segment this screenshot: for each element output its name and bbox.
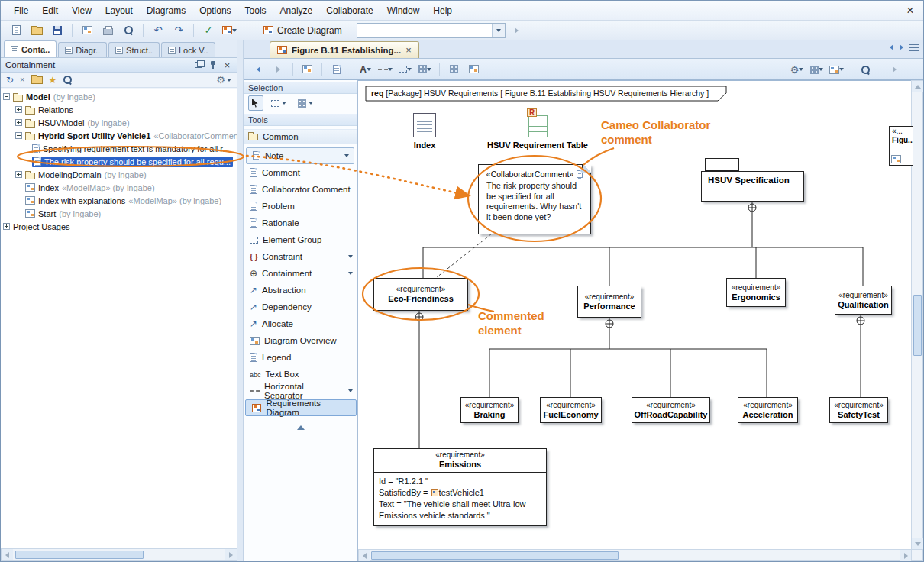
tool-dependency[interactable]: Dependency [244,299,357,315]
selection-section-header[interactable]: Selection [244,82,357,94]
scroll-right-button[interactable] [225,549,237,560]
tool-rationale[interactable]: Rationale [244,215,357,231]
tool-text-box[interactable]: Text Box [244,366,357,383]
menu-diagrams[interactable]: Diagrams [140,1,192,21]
expander-icon[interactable] [3,223,10,230]
canvas-vscrollbar[interactable] [911,80,923,551]
redo-button[interactable]: ↷ [170,22,188,39]
expander-icon[interactable] [15,106,22,113]
tab-containment[interactable]: Conta.. [4,40,57,57]
search-combo[interactable] [357,23,506,38]
selected-tree-item[interactable]: The risk property should be specified fo… [32,157,233,167]
tool-allocate[interactable]: Allocate [244,315,357,332]
close-panel-button[interactable] [222,60,232,70]
menu-layout[interactable]: Layout [99,1,140,21]
sticky-tool-button[interactable] [294,95,317,111]
close-tab-icon[interactable] [405,44,412,56]
window-close-icon[interactable] [903,4,917,18]
align-button[interactable] [416,61,434,78]
tree-item-comment-2-selected[interactable]: The risk property should be specified fo… [1,155,237,168]
expander-icon[interactable] [3,93,10,100]
requirement-box-eco-friendiness[interactable]: «requirement» Eco-Friendiness [373,278,468,311]
tool-element-group[interactable]: Element Group [244,231,357,248]
menu-edit[interactable]: Edit [35,1,65,21]
collapse-all-button[interactable]: ↻ [6,76,14,85]
palette-scroll-up-button[interactable] [244,425,357,430]
requirement-box-performance[interactable]: «requirement» Performance [577,286,641,318]
scroll-left-button[interactable] [2,549,13,560]
requirement-box-ergonomics[interactable]: «requirement» Ergonomics [726,278,786,307]
next-tab-button[interactable] [900,44,903,50]
layers-button[interactable] [465,61,483,78]
hscroll-thumb[interactable] [15,551,144,559]
grid-button[interactable] [445,61,463,78]
palette-group-common[interactable]: Common [244,129,357,144]
tool-problem[interactable]: Problem [244,198,357,215]
multi-select-tool-button[interactable] [267,95,290,111]
tools-section-header[interactable]: Tools [244,114,357,126]
zoom-button[interactable] [857,61,874,78]
undo-button[interactable]: ↶ [149,22,167,39]
partial-element[interactable]: «... Figu... [889,126,913,166]
tab-figure-b11[interactable]: Figure B.11 Establishing... [270,41,419,58]
menu-help[interactable]: Help [426,1,459,21]
tool-requirements-diagram[interactable]: Requirements Diagram [245,399,357,416]
cursor-tool-button[interactable] [248,95,263,111]
tree-item-modelingdomain[interactable]: ModelingDomain (by ingabe) [1,168,237,181]
menu-window[interactable]: Window [380,1,427,21]
chevron-down-icon[interactable] [348,389,353,392]
tool-note[interactable]: Note [246,147,354,164]
print-button[interactable] [99,22,117,39]
expander-icon[interactable] [15,171,22,178]
chevron-down-icon[interactable] [348,272,353,275]
vertical-splitter[interactable] [237,40,244,561]
chevron-down-icon[interactable] [344,154,349,157]
tree-item-index-explanations[interactable]: Index with explanations «ModelMap» (by i… [1,194,237,207]
save-button[interactable] [48,22,66,39]
print-preview-button[interactable] [119,22,137,39]
panel-settings-button[interactable] [216,75,231,85]
tree-item-hybrid-suv[interactable]: Hybrid Sport Utility Vehicle1 «Collabora… [1,129,237,142]
search-combo-input[interactable] [359,24,489,37]
tree-item-project-usages[interactable]: Project Usages [1,220,237,233]
expander-icon[interactable] [15,119,22,126]
new-project-button[interactable] [7,22,25,39]
canvas-hscrollbar[interactable] [358,549,913,561]
font-button[interactable]: A [357,61,374,78]
scroll-down-button[interactable] [912,538,923,550]
run-button[interactable] [508,22,526,39]
forward-button[interactable] [270,61,287,78]
tree-item-index[interactable]: Index «ModelMap» (by ingabe) [1,181,237,194]
table-dropdown-button[interactable] [828,61,845,78]
previous-tab-button[interactable] [890,44,893,50]
edit-compartments-button[interactable] [328,61,345,78]
hsuv-specification-tab[interactable] [705,158,739,171]
tree-item-comment-1[interactable]: Specifying requirement text is mandatory… [1,142,237,155]
hsuv-specification-box[interactable]: HSUV Specification [701,171,804,202]
open-in-new-button[interactable] [31,76,43,84]
tool-collaborator-comment[interactable]: Collaborator Comment [244,181,357,198]
run-simulation-button[interactable] [886,61,903,78]
menu-tools[interactable]: Tools [238,1,273,21]
tool-containment[interactable]: Containment [244,265,357,282]
open-project-button[interactable] [27,22,46,39]
tree-item-relations[interactable]: Relations [1,103,237,116]
hscroll-thumb[interactable] [371,551,619,560]
tab-list-button[interactable] [909,44,919,51]
tool-horizontal-separator[interactable]: Horizontal Separator [244,383,357,399]
requirement-box-fueleconomy[interactable]: «requirement» FuelEconomy [540,397,602,423]
tree-item-hsuvmodel[interactable]: HSUVModel (by ingabe) [1,116,237,129]
unlink-button[interactable]: × [20,76,24,84]
requirement-box-offroadcapability[interactable]: «requirement» OffRoadCapability [632,397,710,423]
combo-dropdown-button[interactable] [492,24,505,37]
requirement-box-emissions[interactable]: «requirement» Emissions Id = "R1.2.1 " S… [373,448,547,526]
chevron-down-icon[interactable] [348,255,353,258]
tab-diagrams[interactable]: Diagr.. [58,42,107,57]
requirement-box-qualification[interactable]: «requirement» Qualification [835,286,892,315]
tool-abstraction[interactable]: Abstraction [244,282,357,299]
validate-button[interactable]: ✓ [199,22,218,39]
tool-comment[interactable]: Comment [244,164,357,181]
show-containment-button[interactable] [299,61,316,78]
favorites-button[interactable] [49,76,57,85]
back-button[interactable] [250,61,267,78]
